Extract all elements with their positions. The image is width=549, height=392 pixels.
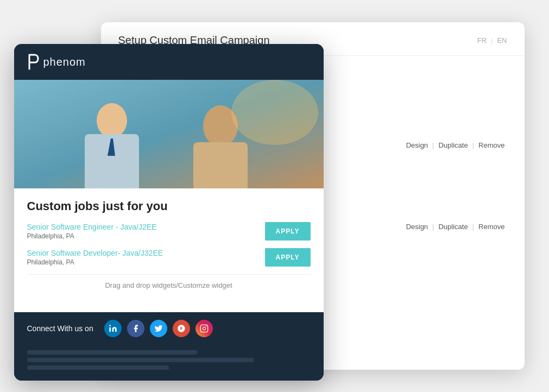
job-location-2: Philadelphia, PA [27,258,163,266]
social-label: Connect With us on [27,324,93,333]
email-hero-image [14,80,324,188]
footer-line-1 [27,350,197,355]
footer-line-3 [27,365,169,370]
email-header: phenom [14,44,324,80]
email-preview: phenom [14,44,324,381]
phenom-p-icon [27,54,40,70]
email-social-bar: Connect With us on [14,312,324,345]
duplicate-button-1[interactable]: Duplicate [436,140,470,150]
drag-drop-hint: Drag and drop widgets/Customze widget [27,274,311,296]
svg-point-1 [97,103,127,138]
email-preview-panel: phenom [14,44,324,381]
lang-fr[interactable]: FR [477,36,487,45]
google-plus-icon[interactable] [173,320,190,337]
svg-rect-5 [193,142,248,188]
action-divider: | [472,141,474,149]
facebook-icon[interactable] [127,320,144,337]
email-body: Custom jobs just for you Senior Software… [14,188,324,312]
svg-point-6 [231,80,318,145]
lang-en[interactable]: EN [497,36,507,45]
job-info-1: Senior Software Engineer - Java/J2EE Phi… [27,223,157,240]
twitter-icon[interactable] [150,320,167,337]
job-title-2: Senior Software Developer- Java/J32EE [27,249,163,257]
language-switcher: FR | EN [477,36,507,45]
social-icons-group [104,320,213,337]
action-divider: | [472,223,474,231]
apply-button-2[interactable]: APPLY [265,248,311,267]
linkedin-icon[interactable] [104,320,122,337]
scene: Setup Custom Email Campaign FR | EN ⏳ 3 … [14,11,535,381]
job-info-2: Senior Software Developer- Java/J32EE Ph… [27,249,163,266]
phenom-logo: phenom [27,54,86,70]
job-title-1: Senior Software Engineer - Java/J2EE [27,223,157,231]
job-item-1: Senior Software Engineer - Java/J2EE Phi… [27,222,311,241]
design-button-2[interactable]: Design [404,222,430,232]
hero-svg [14,80,324,188]
phenom-brand-name: phenom [43,56,86,68]
job-location-1: Philadelphia, PA [27,232,157,240]
instagram-icon[interactable] [195,320,213,337]
apply-button-1[interactable]: APPLY [265,222,311,241]
email-footer-bar [14,345,324,381]
action-divider: | [432,223,434,231]
svg-rect-8 [200,325,207,332]
email-tagline: Custom jobs just for you [27,199,311,213]
duplicate-button-2[interactable]: Duplicate [436,222,470,232]
job-item-2: Senior Software Developer- Java/J32EE Ph… [27,248,311,267]
footer-line-2 [27,358,254,362]
lang-divider: | [491,36,493,45]
action-divider: | [432,141,434,149]
design-button-1[interactable]: Design [404,140,430,150]
remove-button-2[interactable]: Remove [476,222,507,232]
svg-point-7 [109,325,111,326]
remove-button-1[interactable]: Remove [476,140,507,150]
